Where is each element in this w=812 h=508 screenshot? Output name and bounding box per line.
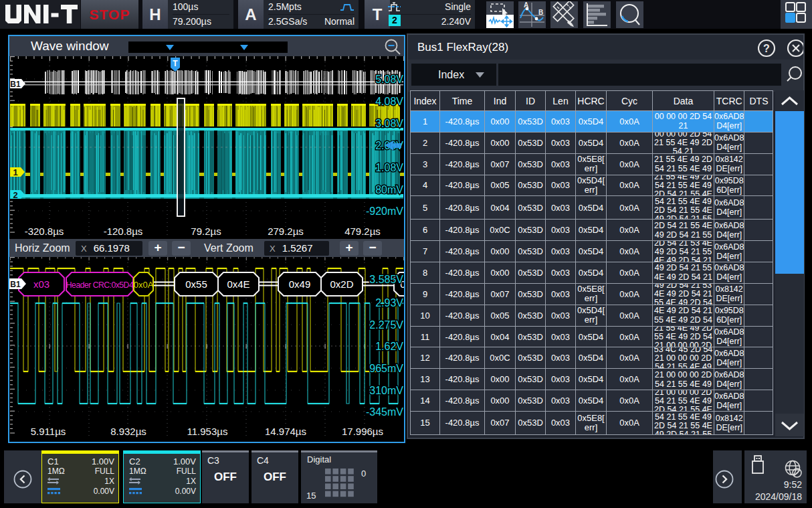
svg-text:?: ?: [763, 43, 770, 54]
svg-text:3.08V: 3.08V: [375, 118, 403, 129]
svg-text:11.953µs: 11.953µs: [187, 426, 228, 437]
svg-text:-920mV: -920mV: [366, 205, 403, 217]
svg-text:x03: x03: [33, 278, 49, 290]
svg-text:17.996µs: 17.996µs: [342, 426, 383, 437]
svg-text:Header CRC:0x5D4: Header CRC:0x5D4: [66, 280, 134, 290]
svg-text:3.585V: 3.585V: [369, 274, 403, 285]
svg-text:B: B: [538, 9, 543, 16]
svg-text:479.2µs: 479.2µs: [344, 226, 381, 237]
svg-text:0x55: 0x55: [185, 278, 207, 290]
svg-text:2: 2: [13, 190, 17, 200]
svg-text:-120.8µs: -120.8µs: [104, 226, 143, 237]
svg-text:B1: B1: [10, 280, 21, 289]
svg-text:B1: B1: [10, 80, 21, 89]
svg-text:5.08V: 5.08V: [375, 74, 403, 85]
svg-text:79.2µs: 79.2µs: [191, 226, 221, 237]
svg-text:-345mV: -345mV: [366, 406, 403, 418]
svg-text:8.932µs: 8.932µs: [110, 426, 146, 437]
svg-text:310mV: 310mV: [369, 385, 403, 396]
svg-text:965mV: 965mV: [369, 363, 403, 374]
svg-text:1.08V: 1.08V: [375, 162, 403, 173]
svg-text:0x2D: 0x2D: [330, 278, 353, 290]
svg-text:279.2µs: 279.2µs: [268, 226, 304, 237]
svg-text:1.62V: 1.62V: [375, 341, 403, 352]
svg-text:0x49: 0x49: [289, 278, 311, 290]
svg-text:2.275V: 2.275V: [369, 319, 403, 331]
svg-text:1: 1: [13, 167, 17, 177]
svg-text:80mV: 80mV: [375, 184, 403, 195]
svg-text:2.93V: 2.93V: [375, 297, 403, 309]
svg-text:0x4E: 0x4E: [227, 278, 249, 290]
svg-text:T: T: [173, 59, 178, 68]
svg-text:4.08V: 4.08V: [375, 96, 403, 107]
svg-text:-320.8µs: -320.8µs: [25, 226, 64, 237]
svg-text:14.974µs: 14.974µs: [265, 426, 306, 437]
svg-text:5.911µs: 5.911µs: [31, 426, 66, 437]
svg-text:A: A: [524, 1, 528, 9]
svg-text:0x0A: 0x0A: [134, 280, 154, 290]
